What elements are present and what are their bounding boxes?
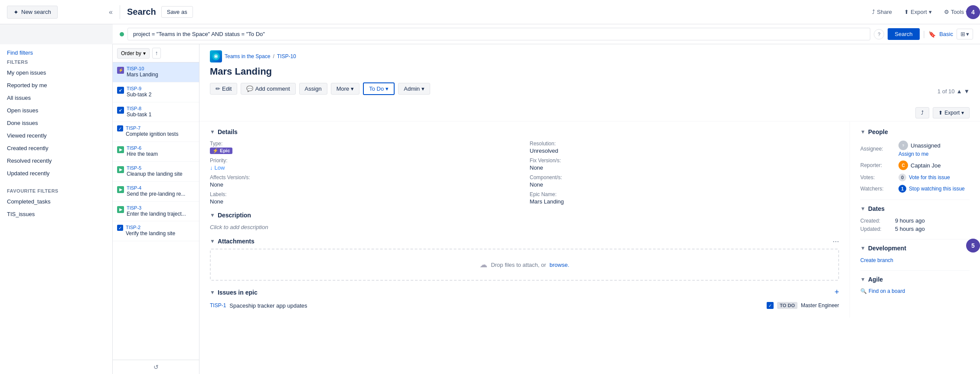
status-button[interactable]: To Do ▾	[363, 82, 395, 95]
description-section-header[interactable]: ▼ Description	[210, 212, 839, 219]
sidebar-item-updated-recently[interactable]: Updated recently	[0, 167, 112, 180]
story-icon-3: ▶	[117, 206, 124, 213]
more-button[interactable]: More ▾	[331, 83, 360, 95]
epic-issue-id-tisp-1[interactable]: TISP-1	[210, 302, 226, 308]
assign-button[interactable]: Assign	[299, 83, 327, 95]
stop-watching-link[interactable]: Stop watching this issue	[909, 186, 965, 192]
save-as-button[interactable]: Save as	[161, 6, 193, 18]
development-toggle-icon: ▼	[860, 245, 866, 251]
agile-toggle-icon: ▼	[860, 276, 866, 282]
admin-button[interactable]: Admin ▾	[398, 83, 430, 95]
sidebar-item-done-issues[interactable]: Done issues	[0, 117, 112, 129]
find-on-board-link[interactable]: Find on a board	[869, 288, 905, 294]
new-search-icon: ✦	[13, 9, 19, 16]
issue-list-item-tisp-10[interactable]: ⚡ TISP-10 Mars Landing	[113, 62, 199, 82]
issues-in-epic-title[interactable]: ▼ Issues in epic	[210, 289, 258, 296]
description-section: ▼ Description Click to add description	[210, 212, 839, 230]
bookmark-button[interactable]: 🔖	[928, 31, 936, 38]
view-toggle-button[interactable]: ⊞ ▾	[957, 29, 973, 39]
development-section-header[interactable]: ▼ Development	[860, 245, 970, 252]
epic-issue-check-tisp-1: ✓	[767, 302, 774, 309]
details-section-header[interactable]: ▼ Details	[210, 128, 839, 135]
story-icon-4: ▶	[117, 186, 124, 193]
search-button[interactable]: Search	[888, 28, 919, 40]
detail-share-button[interactable]: ⤴	[915, 107, 929, 118]
resolution-value: Unresolved	[530, 148, 840, 154]
agile-section-header[interactable]: ▼ Agile	[860, 276, 970, 283]
header-actions: ⤴ Share ⬆ Export ▾ ⚙ Tools ▾	[868, 6, 973, 18]
sidebar-item-tis-issues[interactable]: TIS_issues	[0, 208, 112, 220]
issue-list-footer: ↺	[113, 360, 199, 374]
favourites-section-label: FAVOURITE FILTERS	[0, 185, 112, 195]
labels-value: None	[210, 198, 519, 205]
issue-list-item-tisp-3[interactable]: ▶ TISP-3 Enter the landing traject...	[113, 202, 199, 222]
nav-next-button[interactable]: ▼	[964, 88, 970, 95]
people-section-header[interactable]: ▼ People	[860, 128, 970, 135]
basic-link[interactable]: Basic	[939, 31, 953, 37]
reporter-avatar: C	[898, 161, 908, 170]
attachments-section-title[interactable]: ▼ Attachments	[210, 238, 255, 245]
create-branch-link[interactable]: Create branch	[860, 257, 893, 263]
sidebar-item-open-issues[interactable]: Open issues	[0, 104, 112, 117]
updated-row: Updated: 5 hours ago	[860, 226, 970, 232]
sidebar-collapse-button[interactable]: «	[109, 8, 113, 16]
affects-value: None	[210, 181, 519, 188]
new-search-button[interactable]: ✦ New search	[7, 6, 58, 19]
epic-issue-title-tisp-1: Spaceship tracker app updates	[229, 302, 763, 309]
vote-link[interactable]: Vote for this issue	[909, 174, 950, 180]
issue-id-tisp-7: TISP-7	[126, 125, 195, 131]
issue-list-item-tisp-8[interactable]: ↙ TISP-8 Sub-task 1	[113, 102, 199, 122]
watchers-value: 1 Stop watching this issue	[898, 185, 965, 193]
resolution-row: Resolution: Unresolved	[530, 141, 840, 154]
check-icon-7: ✓	[117, 125, 123, 131]
issue-list-item-tisp-4[interactable]: ▶ TISP-4 Send the pre-landing re...	[113, 182, 199, 202]
add-epic-issue-button[interactable]: +	[834, 288, 839, 297]
add-comment-button[interactable]: 💬 Add comment	[241, 83, 295, 95]
issue-list-item-tisp-5[interactable]: ▶ TISP-5 Cleanup the landing site	[113, 162, 199, 182]
detail-export-chevron-icon: ▾	[961, 110, 964, 116]
sidebar-item-reported-by-me[interactable]: Reported by me	[0, 79, 112, 92]
type-row: Type: ⚡ Epic	[210, 141, 519, 154]
attachments-more-button[interactable]: ···	[833, 237, 839, 245]
issue-title-tisp-6: Hire the team	[127, 151, 195, 158]
sidebar-item-resolved-recently[interactable]: Resolved recently	[0, 154, 112, 167]
sidebar: Find filters FILTERS My open issues Repo…	[0, 44, 113, 374]
search-help-button[interactable]: ?	[874, 29, 884, 39]
edit-button[interactable]: ✏ Edit	[210, 83, 237, 95]
assign-me-link[interactable]: Assign to me	[898, 151, 941, 157]
sidebar-item-my-open-issues[interactable]: My open issues	[0, 66, 112, 79]
find-filters-link[interactable]: Find filters	[0, 44, 40, 59]
sidebar-item-all-issues[interactable]: All issues	[0, 92, 112, 104]
search-bar: ? Search | 🔖 Basic ⊞ ▾	[113, 24, 980, 44]
edit-icon: ✏	[216, 85, 220, 92]
search-query-input[interactable]	[127, 28, 870, 40]
sidebar-item-viewed-recently[interactable]: Viewed recently	[0, 129, 112, 142]
sidebar-item-created-recently[interactable]: Created recently	[0, 142, 112, 154]
assignee-value: ? Unassigned	[898, 141, 941, 150]
assignee-row: Assignee: ? Unassigned Assign to me	[860, 141, 970, 157]
nav-prev-button[interactable]: ▲	[957, 88, 962, 95]
epic-issue-row-tisp-1: TISP-1 Spaceship tracker app updates ✓ T…	[210, 300, 839, 311]
description-toggle-icon: ▼	[210, 212, 215, 218]
detail-toolbar: ⤴ ⬆ Export ▾	[199, 105, 980, 121]
issue-list-item-tisp-6[interactable]: ▶ TISP-6 Hire the team	[113, 142, 199, 162]
sort-asc-button[interactable]: ↑	[152, 48, 161, 59]
issue-id-link[interactable]: TISP-10	[277, 53, 296, 59]
view-chevron-icon: ▾	[966, 31, 969, 37]
issue-id-tisp-9: TISP-9	[127, 86, 195, 91]
detail-export-button[interactable]: ⬆ Export ▾	[933, 107, 970, 118]
issue-list-item-tisp-2[interactable]: ✓ TISP-2 Verify the landing site	[113, 221, 199, 241]
description-placeholder[interactable]: Click to add description	[210, 224, 268, 230]
dates-section-header[interactable]: ▼ Dates	[860, 205, 970, 212]
detail-sidebar: ▼ People Assignee: ? Unassigned	[850, 121, 980, 318]
issue-list-item-tisp-9[interactable]: ↙ TISP-9 Sub-task 2	[113, 82, 199, 102]
sidebar-item-completed-tasks[interactable]: Completed_tasks	[0, 195, 112, 208]
issue-title-tisp-8: Sub-task 1	[127, 111, 195, 118]
browse-link[interactable]: browse.	[549, 262, 569, 268]
order-by-button[interactable]: Order by ▾	[117, 48, 150, 59]
refresh-button[interactable]: ↺	[154, 364, 159, 371]
share-button[interactable]: ⤴ Share	[868, 6, 896, 18]
project-link[interactable]: Teams in the Space	[225, 53, 270, 59]
export-button[interactable]: ⬆ Export ▾	[900, 6, 936, 18]
issue-list-item-tisp-7[interactable]: ✓ TISP-7 Complete ignition tests	[113, 122, 199, 142]
